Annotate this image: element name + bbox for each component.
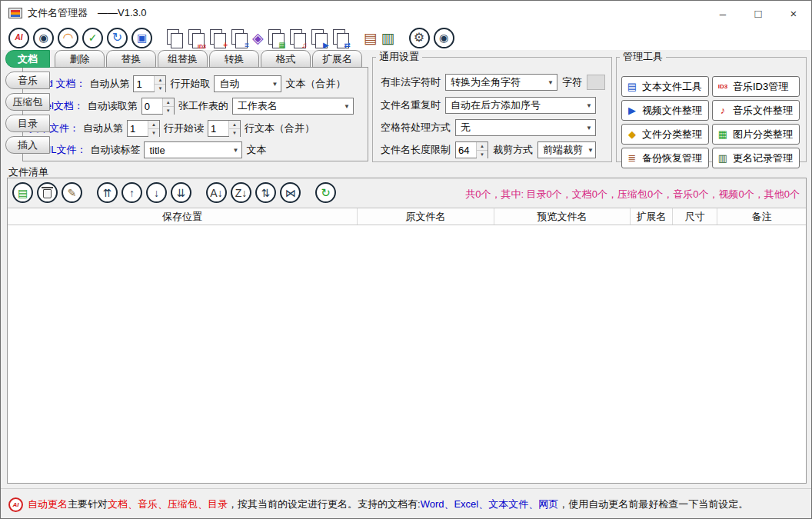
illegal-char-label: 有非法字符时 [381,75,441,89]
spin-up-icon[interactable]: ▲ [148,121,159,129]
move-top-icon[interactable]: ⇈ [97,182,118,203]
settings-gear-icon[interactable]: ⚙ [409,28,430,48]
move-up-icon[interactable]: ↑ [121,182,142,203]
tools-grid: ▤ 文本文件工具 ID3 音乐ID3管理 ▶ 视频文件整理 ♪ 音乐文件整理 ◆ [621,76,803,168]
length-limit-row: 文件名长度限制 ▲▼ 裁剪方式 前端裁剪 ▼ [381,141,596,159]
video-organize-button[interactable]: ▶ 视频文件整理 [621,100,709,121]
sort-desc-icon[interactable]: Z↓ [231,182,251,203]
close-button[interactable]: × [776,1,811,25]
text-file-tools-button[interactable]: ▤ 文本文件工具 [621,76,709,97]
notebook-icon[interactable]: ▥ [381,28,395,48]
maximize-button[interactable]: □ [740,1,776,25]
length-limit-input[interactable] [456,142,476,158]
op-tab-convert[interactable]: 转换 [209,50,259,68]
trim-mode-select[interactable]: 前端裁剪 ▼ [537,141,596,158]
html-tag-select[interactable]: title ▼ [144,141,242,158]
main-toolbar: AI ◉ ◠ ✓ ↻ ▣ ID3 + ≡ ◈ ▦ ♫ ▶ ⇄ ▤ ▥ ⚙ ◉ [1,25,811,50]
document-lines-icon[interactable]: ≡ [231,28,248,48]
excel-mode-select[interactable]: 工作表名 ▼ [232,98,354,115]
main-content: 文档 音乐 压缩包 目录 插入 删除 替换 组替换 转换 格式 扩展名 Wrod… [1,50,811,488]
sort-asc-icon[interactable]: A↓ [206,182,227,203]
file-convert-icon[interactable]: ⇄ [332,28,350,48]
word-start-line-spinner[interactable]: ▲▼ [133,75,166,92]
music-organize-button[interactable]: ♪ 音乐文件整理 [712,100,800,121]
side-tab-insert[interactable]: 插入 [5,136,50,154]
backup-books-icon: ≣ [626,152,638,164]
filelist-body[interactable] [8,225,806,483]
op-tab-delete[interactable]: 删除 [55,50,105,68]
word-start-line-input[interactable] [134,76,154,91]
chevron-down-icon: ▼ [232,147,238,154]
music-list-icon[interactable]: ♫ [289,28,307,48]
duplicate-name-select[interactable]: 自动在后方添加序号 ▼ [445,97,596,114]
layers-icon[interactable]: ◈ [252,28,264,48]
spin-up-icon[interactable]: ▲ [477,142,488,151]
clear-list-icon[interactable]: ✎ [62,182,82,203]
preview-eye-icon[interactable]: ◉ [33,28,54,48]
chevron-down-icon: ▼ [272,81,278,88]
add-files-icon[interactable]: + [209,28,227,48]
op-tab-extension[interactable]: 扩展名 [312,50,362,68]
image-classify-button[interactable]: ▦ 图片分类整理 [712,124,800,145]
tool-button-label: 更名记录管理 [733,151,793,165]
op-tab-group-replace[interactable]: 组替换 [158,50,208,68]
swap-names-icon[interactable]: ⋈ [280,182,301,203]
spin-down-icon[interactable]: ▼ [148,129,159,137]
music-id3-manage-button[interactable]: ID3 音乐ID3管理 [712,76,800,97]
word-mode-select[interactable]: 自动 ▼ [214,75,281,92]
spin-down-icon[interactable]: ▼ [229,129,240,137]
delete-item-icon[interactable] [37,182,58,203]
text-text-1: 自动从第 [83,121,123,135]
refresh-list-icon[interactable]: ↻ [315,182,336,203]
length-limit-spinner[interactable]: ▲▼ [455,141,488,158]
side-tab-document[interactable]: 文档 [5,50,50,68]
side-tab-archive[interactable]: 压缩包 [5,93,50,111]
op-tab-format[interactable]: 格式 [261,50,311,68]
rainbow-icon[interactable]: ◠ [58,28,78,48]
spin-down-icon[interactable]: ▼ [477,151,488,158]
check-document-icon[interactable]: ✓ [82,28,103,48]
text-start-line-input[interactable] [128,121,148,136]
column-header-size[interactable]: 尺寸 [673,208,717,225]
column-header-save-location[interactable]: 保存位置 [8,208,358,225]
space-handling-label: 空格符处理方式 [381,121,451,135]
spin-down-icon[interactable]: ▼ [163,107,174,115]
music-id3-icon[interactable]: ID3 [188,28,205,48]
side-tab-directory[interactable]: 目录 [5,115,50,132]
excel-sheet-input[interactable] [142,98,162,114]
column-header-remark[interactable]: 备注 [717,208,806,225]
image-stack-icon[interactable]: ▦ [268,28,285,48]
reverse-order-icon[interactable]: ⇅ [255,182,276,203]
save-audio-icon[interactable]: ▣ [131,28,152,48]
text-line-count-spinner[interactable]: ▲▼ [208,120,241,137]
op-tab-replace[interactable]: 替换 [106,50,156,68]
column-header-original-name[interactable]: 原文件名 [358,208,494,225]
filelist-panel: ▤ ✎ ⇈ ↑ ↓ ⇊ A↓ Z↓ ⇅ ⋈ ↻ 共0个，其中: 目录0个，文档0… [7,178,807,484]
ai-auto-rename-icon[interactable]: AI [8,28,29,48]
space-handling-select[interactable]: 无 ▼ [455,119,596,136]
move-down-icon[interactable]: ↓ [146,182,167,203]
refresh-swirl-icon[interactable]: ↻ [107,28,128,48]
music-id3-icon: ID3 [717,83,729,90]
side-tab-music[interactable]: 音乐 [5,72,50,89]
column-header-extension[interactable]: 扩展名 [631,208,673,225]
file-classify-button[interactable]: ◆ 文件分类整理 [621,124,709,145]
illegal-char-select[interactable]: 转换为全角字符 ▼ [445,74,557,91]
text-start-line-spinner[interactable]: ▲▼ [127,120,160,137]
column-header-preview-name[interactable]: 预览文件名 [494,208,631,225]
rename-log-button[interactable]: ▥ 更名记录管理 [712,148,800,168]
add-files-icon[interactable]: ▤ [12,182,33,203]
spin-up-icon[interactable]: ▲ [229,121,240,129]
backup-restore-button[interactable]: ≣ 备份恢复管理 [621,148,709,168]
book-stack-icon[interactable]: ▤ [364,28,378,48]
spin-up-icon[interactable]: ▲ [155,76,165,85]
text-line-count-input[interactable] [208,121,228,136]
excel-sheet-spinner[interactable]: ▲▼ [141,98,175,115]
move-bottom-icon[interactable]: ⇊ [171,182,191,203]
minimize-button[interactable]: – [705,1,740,25]
view-eye-icon[interactable]: ◉ [434,28,454,48]
video-files-icon[interactable]: ▶ [311,28,328,48]
spin-down-icon[interactable]: ▼ [155,85,165,92]
spin-up-icon[interactable]: ▲ [163,98,174,107]
copy-documents-icon[interactable] [166,28,184,48]
